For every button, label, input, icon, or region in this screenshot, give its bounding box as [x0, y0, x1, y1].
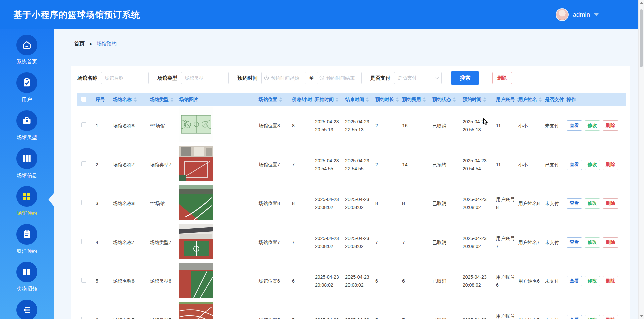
row-actions: 查看修改删除 [567, 315, 618, 319]
column-header-duration[interactable]: 预约时长 [372, 93, 399, 106]
cell-end: 2025-04-23 [345, 317, 369, 319]
edit-button[interactable]: 修改 [585, 315, 600, 319]
cell-price: 8 [292, 123, 295, 128]
breadcrumb-home[interactable]: 首页 [74, 41, 85, 47]
sidebar-item-venue-type[interactable]: 场馆类型 [0, 110, 54, 141]
column-header-status[interactable]: 预约状态 [429, 93, 460, 106]
sort-caret-icon[interactable] [279, 97, 282, 102]
grid-2x2-icon [16, 186, 37, 207]
sort-caret-icon[interactable] [453, 97, 456, 102]
venue-type-input[interactable] [181, 72, 229, 84]
column-header-image: 场馆图片 [176, 93, 256, 106]
column-header-end[interactable]: 结束时间 [342, 93, 372, 106]
breadcrumb-current[interactable]: 场馆预约 [97, 41, 117, 47]
view-button[interactable]: 查看 [567, 198, 582, 209]
edit-button[interactable]: 修改 [585, 276, 600, 286]
delete-row-button[interactable]: 删除 [603, 198, 618, 209]
is-paid-placeholder: 是否支付 [398, 75, 417, 81]
cell-price: 7 [292, 240, 295, 245]
row-checkbox[interactable] [81, 161, 86, 166]
cell-price: 5 [292, 317, 295, 319]
search-button[interactable]: 搜索 [451, 71, 479, 85]
sort-caret-icon[interactable] [396, 97, 399, 102]
delete-row-button[interactable]: 删除 [603, 315, 618, 319]
clipboard-icon [16, 224, 37, 245]
sidebar-item-home[interactable]: 系统首页 [0, 35, 54, 65]
row-checkbox[interactable] [81, 200, 86, 205]
cell-booked: 2025-04-23 20:08:02 [463, 236, 487, 249]
breadcrumb: 首页 ● 场馆预约 [74, 41, 638, 47]
sidebar-item-venue-info[interactable]: 场馆信息 [0, 148, 54, 179]
grid-3x3-icon [16, 148, 37, 169]
scrollbar[interactable] [638, 0, 644, 319]
booking-time-label: 预约时间 [237, 75, 258, 81]
column-header-start[interactable]: 开始时间 [312, 93, 342, 106]
sort-caret-icon[interactable] [366, 97, 369, 102]
delete-row-button[interactable]: 删除 [603, 276, 618, 286]
row-checkbox[interactable] [81, 239, 86, 244]
sidebar-item-cancel-booking[interactable]: 取消预约 [0, 224, 54, 255]
sidebar-item-label: 取消预约 [17, 248, 37, 254]
row-actions: 查看修改删除 [567, 120, 618, 131]
view-button[interactable]: 查看 [567, 315, 582, 319]
cell-paid: 未支付 [545, 201, 559, 206]
column-header-fee[interactable]: 预约费用 [399, 93, 429, 106]
cell-duration: 5 [375, 317, 378, 319]
delete-row-button[interactable]: 删除 [603, 120, 618, 131]
venue-name-input[interactable] [101, 72, 149, 84]
select-all-checkbox[interactable] [81, 97, 86, 102]
column-header-name[interactable]: 场馆名称 [110, 93, 147, 106]
cell-type: 场馆类型5 [150, 317, 171, 319]
is-paid-select[interactable]: 是否支付 [394, 72, 442, 84]
row-checkbox[interactable] [81, 278, 86, 283]
cell-account: 用户账号7 [496, 236, 515, 249]
delete-row-button[interactable]: 删除 [603, 160, 618, 170]
sidebar-item-users[interactable]: 用户 [0, 72, 54, 103]
bulk-delete-button[interactable]: 删除 [492, 72, 512, 84]
home-icon [16, 35, 37, 55]
sort-caret-icon[interactable] [423, 97, 426, 102]
edit-button[interactable]: 修改 [585, 198, 600, 209]
cell-location: 场馆位置5 [259, 317, 280, 319]
scroll-down-arrow-icon[interactable] [640, 315, 643, 317]
row-checkbox[interactable] [81, 122, 86, 127]
sort-caret-icon[interactable] [133, 97, 137, 102]
column-header-type[interactable]: 场馆类型 [147, 93, 176, 106]
sort-caret-icon[interactable] [483, 97, 486, 102]
view-button[interactable]: 查看 [567, 276, 582, 286]
cell-booked: 2025-04-23 20:08:02 [463, 197, 487, 210]
view-button[interactable]: 查看 [567, 120, 582, 131]
cell-fee: 6 [402, 278, 405, 284]
cell-fee: 8 [402, 201, 405, 206]
scrollbar-thumb[interactable] [640, 9, 643, 67]
edit-button[interactable]: 修改 [585, 160, 600, 170]
sidebar-item-lost-found[interactable]: 失物招领 [0, 262, 54, 293]
view-button[interactable]: 查看 [567, 237, 582, 248]
column-header-price[interactable]: 价格/小时 [289, 93, 312, 106]
cell-name: 场馆名称8 [113, 201, 135, 206]
sidebar-item-venue-booking[interactable]: 场馆预约 [0, 186, 54, 217]
delete-row-button[interactable]: 删除 [603, 237, 618, 248]
edit-button[interactable]: 修改 [585, 237, 600, 248]
column-header-booked[interactable]: 预约时间 [460, 93, 493, 106]
user-menu[interactable]: admin [556, 8, 599, 21]
view-button[interactable]: 查看 [567, 160, 582, 170]
column-header-account[interactable]: 用户账号 [493, 93, 515, 106]
sort-caret-icon[interactable] [539, 97, 542, 102]
row-checkbox[interactable] [81, 317, 86, 319]
column-header-paid[interactable]: 是否支付 [542, 93, 564, 106]
cell-username: 用户姓名6 [518, 278, 540, 284]
avatar[interactable] [556, 8, 569, 21]
cell-paid: 未支付 [545, 123, 559, 128]
table-body: 1场馆名称8***场馆场馆位置882025-04-23 20:55:132025… [77, 106, 626, 319]
sort-caret-icon[interactable] [170, 97, 174, 102]
cell-account: 11 [496, 123, 501, 128]
column-header-username[interactable]: 用户姓名 [515, 93, 542, 106]
cell-name: 场馆名称8 [113, 123, 135, 128]
edit-button[interactable]: 修改 [585, 120, 600, 131]
cell-duration: 2 [375, 162, 378, 167]
column-header-location[interactable]: 场馆位置 [256, 93, 289, 106]
sort-caret-icon[interactable] [335, 97, 339, 102]
sidebar-item-more[interactable] [0, 300, 54, 319]
scroll-up-arrow-icon[interactable] [640, 2, 643, 4]
